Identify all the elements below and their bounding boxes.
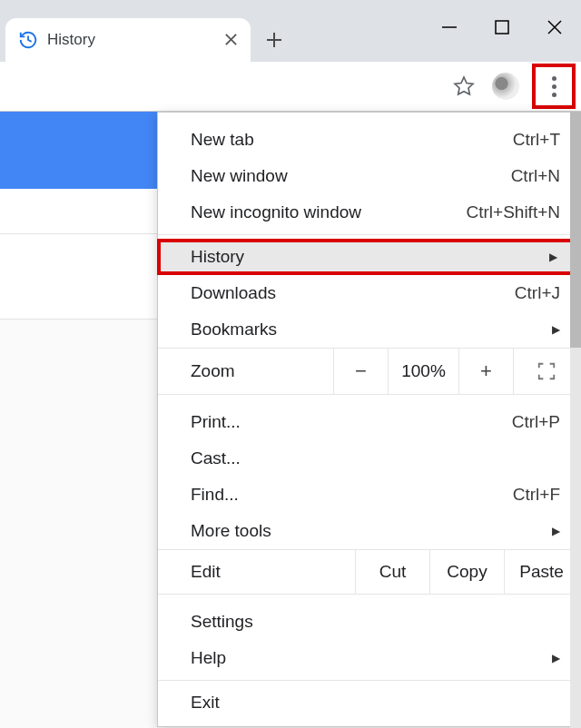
menu-exit[interactable]: Exit [158,684,578,721]
copy-button[interactable]: Copy [429,550,504,594]
more-vert-icon [552,76,556,97]
toolbar [0,62,581,112]
menu-new-tab[interactable]: New tab Ctrl+T [158,122,578,158]
close-window-button[interactable] [528,5,581,50]
page-content: New tab Ctrl+T New window Ctrl+N New inc… [0,112,581,728]
zoom-in-button[interactable]: + [458,349,513,394]
menu-settings[interactable]: Settings [158,604,578,640]
zoom-value: 100% [388,349,458,394]
menu-zoom-row: Zoom − 100% + [158,348,578,395]
menu-downloads[interactable]: Downloads Ctrl+J [158,275,578,311]
menu-print[interactable]: Print... Ctrl+P [158,404,578,440]
close-tab-icon[interactable] [224,30,238,51]
menu-new-window[interactable]: New window Ctrl+N [158,158,578,194]
menu-history[interactable]: History ▶ [157,239,579,275]
chevron-right-icon: ▶ [552,525,560,537]
paste-button[interactable]: Paste [504,550,578,594]
svg-marker-8 [455,77,473,94]
tab-strip: History [0,0,581,62]
menu-new-incognito[interactable]: New incognito window Ctrl+Shift+N [158,194,578,231]
chevron-right-icon: ▶ [552,323,560,336]
menu-bookmarks[interactable]: Bookmarks ▶ [158,311,578,348]
history-icon [18,30,38,50]
cut-button[interactable]: Cut [355,550,429,594]
scrollbar-thumb[interactable] [570,112,581,348]
menu-find[interactable]: Find... Ctrl+F [158,477,578,513]
browser-tab[interactable]: History [5,18,251,62]
svg-rect-5 [496,21,508,34]
edit-label: Edit [158,562,355,582]
vertical-scrollbar[interactable] [570,112,581,728]
fullscreen-button[interactable] [513,349,578,394]
new-tab-button[interactable] [258,24,290,56]
avatar[interactable] [492,73,519,100]
zoom-out-button[interactable]: − [333,349,388,394]
menu-edit-row: Edit Cut Copy Paste [158,549,578,595]
chevron-right-icon: ▶ [552,652,560,664]
minimize-button[interactable] [423,5,476,50]
tab-title: History [47,31,215,49]
window-controls [423,0,581,54]
chevron-right-icon: ▶ [549,251,557,263]
maximize-button[interactable] [476,5,528,50]
bookmark-star-icon[interactable] [448,71,479,102]
menu-more-tools[interactable]: More tools ▶ [158,513,578,549]
zoom-label: Zoom [158,361,333,381]
menu-help[interactable]: Help ▶ [158,640,578,676]
menu-cast[interactable]: Cast... [158,440,578,477]
main-menu-dropdown: New tab Ctrl+T New window Ctrl+N New inc… [157,112,579,727]
main-menu-button[interactable] [532,64,576,109]
